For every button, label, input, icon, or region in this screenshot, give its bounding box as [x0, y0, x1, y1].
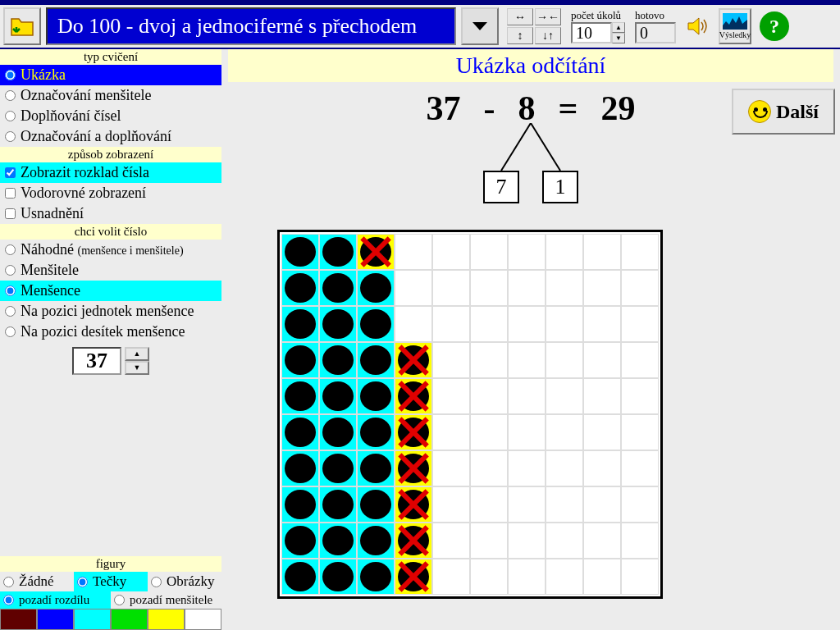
grid-cell: [432, 523, 470, 559]
grid-cell: [319, 486, 357, 523]
grid-cell: [319, 342, 357, 378]
grid-cell: [395, 342, 432, 378]
grid-cell: [357, 559, 395, 595]
grid-cell: [508, 306, 546, 342]
grid-cell: [357, 486, 395, 523]
results-label: Výsledky: [719, 30, 751, 39]
typ-opt-2[interactable]: Doplňování čísel: [0, 106, 221, 126]
grid-cell: [281, 342, 319, 378]
grid-cell: [395, 306, 432, 342]
smiley-icon: [748, 100, 771, 123]
grid-cell: [357, 378, 395, 414]
grid-cell: [583, 486, 621, 523]
grid-cell: [621, 559, 659, 595]
grid-cell: [546, 234, 583, 270]
grid-cell: [395, 378, 432, 414]
grid-cell: [621, 450, 659, 486]
back-folder-button[interactable]: [3, 7, 41, 45]
grid-cell: [470, 270, 508, 306]
grid-cell: [319, 414, 357, 450]
fig-opt-1[interactable]: Tečky: [74, 572, 148, 591]
grid-cell: [432, 450, 470, 486]
grid-cell: [583, 523, 621, 559]
task-count-label: počet úkolů: [571, 9, 621, 22]
grid-cell: [583, 450, 621, 486]
grid-cell: [319, 270, 357, 306]
color-swatch[interactable]: [185, 609, 221, 630]
size-arrows: ↔ →← ↕ ↓↑: [507, 8, 561, 44]
done-label: hotovo: [635, 9, 664, 22]
grid-cell: [546, 450, 583, 486]
number-value: 37: [72, 347, 121, 375]
help-button[interactable]: ?: [760, 11, 789, 41]
grid-cell: [281, 559, 319, 595]
grid-cell: [508, 486, 546, 523]
zpusob-opt-2[interactable]: Usnadnění: [0, 203, 221, 224]
equals-sign: =: [559, 89, 578, 128]
grid-cell: [319, 306, 357, 342]
grid-cell: [583, 270, 621, 306]
arrow-v-shrink[interactable]: ↓↑: [535, 27, 561, 44]
task-count-up[interactable]: ▲: [612, 22, 625, 33]
grid-cell: [432, 559, 470, 595]
arrow-h-shrink[interactable]: →←: [535, 8, 561, 25]
zpusob-opt-0[interactable]: Zobrazit rozklad čísla: [0, 162, 221, 183]
grid-cell: [546, 378, 583, 414]
bg-opt-0[interactable]: pozadí rozdílu: [0, 591, 111, 609]
grid-cell: [432, 270, 470, 306]
number-selector: 37 ▲▼: [0, 342, 221, 380]
exercise-dropdown[interactable]: Do 100 - dvoj a jednociferné s přechodem: [46, 7, 456, 45]
volit-opt-1[interactable]: Menšitele: [0, 260, 221, 281]
typ-opt-1[interactable]: Označování menšitele: [0, 85, 221, 106]
fig-opt-2[interactable]: Obrázky: [148, 572, 221, 591]
grid-cell: [357, 342, 395, 378]
bg-opt-1[interactable]: pozadí menšitele: [111, 591, 221, 609]
typ-opt-3[interactable]: Označování a doplňování: [0, 126, 221, 147]
arrow-v-expand[interactable]: ↕: [507, 27, 533, 44]
color-swatch[interactable]: [0, 609, 37, 630]
color-swatch[interactable]: [148, 609, 185, 630]
grid-cell: [546, 270, 583, 306]
grid-cell: [621, 306, 659, 342]
next-label: Další: [776, 101, 819, 123]
grid-cell: [432, 378, 470, 414]
number-down[interactable]: ▼: [125, 361, 149, 375]
grid-cell: [395, 486, 432, 523]
split-box-2: 1: [542, 171, 578, 203]
number-up[interactable]: ▲: [125, 347, 149, 361]
grid-cell: [546, 414, 583, 450]
grid-cell: [583, 342, 621, 378]
zpusob-opt-1[interactable]: Vodorovné zobrazení: [0, 183, 221, 203]
grid-cell: [621, 523, 659, 559]
task-count-input[interactable]: [571, 22, 612, 43]
sound-button[interactable]: [681, 8, 714, 44]
grid-cell: [357, 270, 395, 306]
color-swatch[interactable]: [37, 609, 74, 630]
fig-opt-0[interactable]: Žádné: [0, 572, 74, 591]
volit-opt-3[interactable]: Na pozici jednotek menšence: [0, 301, 221, 322]
volit-opt-4[interactable]: Na pozici desítek menšence: [0, 322, 221, 342]
task-count-down[interactable]: ▼: [612, 33, 625, 43]
grid-cell: [470, 450, 508, 486]
color-swatch[interactable]: [74, 609, 111, 630]
next-button[interactable]: Další: [732, 89, 835, 135]
color-swatch[interactable]: [111, 609, 148, 630]
grid-cell: [357, 414, 395, 450]
grid-cell: [546, 486, 583, 523]
arrow-h-expand[interactable]: ↔: [507, 8, 533, 25]
grid-cell: [319, 523, 357, 559]
grid-cell: [508, 270, 546, 306]
grid-cell: [470, 486, 508, 523]
volit-opt-0[interactable]: Náhodné (menšence i menšitele): [0, 240, 221, 260]
typ-opt-0[interactable]: Ukázka: [0, 65, 221, 85]
grid-cell: [395, 270, 432, 306]
section-fig: figury: [0, 556, 221, 572]
grid-cell: [508, 378, 546, 414]
grid-cell: [508, 414, 546, 450]
grid-cell: [470, 523, 508, 559]
grid-cell: [583, 414, 621, 450]
grid-cell: [470, 342, 508, 378]
dropdown-arrow-button[interactable]: [461, 7, 499, 45]
results-button[interactable]: Výsledky: [719, 8, 751, 44]
volit-opt-2[interactable]: Menšence: [0, 281, 221, 301]
